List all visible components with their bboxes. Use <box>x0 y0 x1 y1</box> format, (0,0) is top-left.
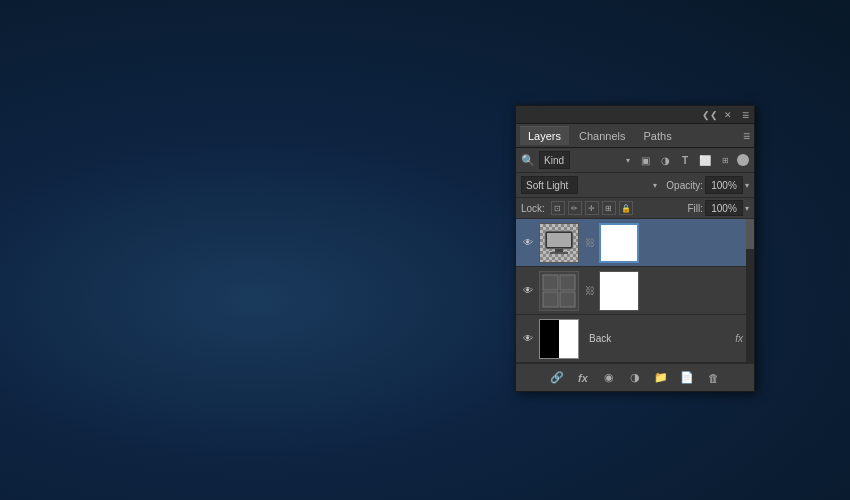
opacity-label: Opacity: <box>666 180 703 191</box>
lock-label: Lock: <box>521 203 545 214</box>
fill-group: Fill: ▾ <box>687 200 749 216</box>
layer-name: Back <box>589 333 735 344</box>
panel-menu-icon[interactable]: ≡ <box>742 108 749 122</box>
lock-artboard-icon[interactable]: ⊞ <box>602 201 616 215</box>
lock-row: Lock: ⊡ ✏ ✛ ⊞ 🔒 Fill: ▾ <box>516 198 754 219</box>
add-fx-button[interactable]: fx <box>574 369 592 387</box>
filter-smartobj-icon[interactable]: ⊞ <box>717 152 733 168</box>
fill-chevron-icon[interactable]: ▾ <box>745 204 749 213</box>
kind-select-wrapper: Kind <box>539 151 633 169</box>
new-group-button[interactable]: 📁 <box>652 369 670 387</box>
panel-toolbar: 🔗 fx ◉ ◑ 📁 📄 🗑 <box>516 363 754 391</box>
scrollbar-track <box>746 219 754 363</box>
layer-thumbnail <box>539 271 579 311</box>
scrollbar-thumb[interactable] <box>746 219 754 249</box>
filter-type-icon[interactable]: T <box>677 152 693 168</box>
monitor-icon <box>540 224 578 262</box>
opacity-group: Opacity: ▾ <box>666 176 749 194</box>
tab-channels[interactable]: Channels <box>571 126 633 145</box>
add-mask-button[interactable]: ◉ <box>600 369 618 387</box>
layers-area: 👁 ⛓ ▸ 👁 <box>516 219 754 363</box>
svg-rect-3 <box>550 252 568 254</box>
filter-active-indicator <box>737 154 749 166</box>
chain-icon[interactable]: ⛓ <box>583 237 597 248</box>
tab-paths[interactable]: Paths <box>636 126 680 145</box>
svg-rect-7 <box>560 292 575 307</box>
layer-row[interactable]: 👁 Back fx ▾ <box>516 315 754 363</box>
svg-rect-1 <box>547 233 571 247</box>
link-layers-button[interactable]: 🔗 <box>548 369 566 387</box>
filter-row: 🔍 Kind ▣ ◑ T ⬜ ⊞ <box>516 148 754 173</box>
panel-options-icon[interactable]: ≡ <box>743 129 750 143</box>
layer-row[interactable]: 👁 ⛓ ▸ <box>516 219 754 267</box>
blend-mode-select[interactable]: Soft Light Normal Multiply Screen Overla… <box>521 176 578 194</box>
svg-rect-2 <box>555 249 563 252</box>
filter-icons: ▣ ◑ T ⬜ ⊞ <box>637 152 749 168</box>
lock-position-icon[interactable]: ✛ <box>585 201 599 215</box>
chain-icon[interactable]: ⛓ <box>583 285 597 296</box>
titlebar-icons: ❮❮ ✕ ≡ <box>702 108 749 122</box>
kind-select[interactable]: Kind <box>539 151 570 169</box>
lock-image-icon[interactable]: ✏ <box>568 201 582 215</box>
blend-select-wrapper: Soft Light Normal Multiply Screen Overla… <box>521 176 660 194</box>
svg-rect-5 <box>560 275 575 290</box>
filter-icon: 🔍 <box>521 154 535 167</box>
svg-rect-6 <box>543 292 558 307</box>
new-layer-button[interactable]: 📄 <box>678 369 696 387</box>
filter-shape-icon[interactable]: ⬜ <box>697 152 713 168</box>
tab-layers[interactable]: Layers <box>520 126 569 145</box>
layers-panel: ❮❮ ✕ ≡ Layers Channels Paths ≡ 🔍 Kind ▣ … <box>515 105 755 392</box>
adjustment-button[interactable]: ◑ <box>626 369 644 387</box>
layer-visibility-icon[interactable]: 👁 <box>520 331 536 347</box>
fill-input[interactable] <box>705 200 743 216</box>
svg-rect-4 <box>543 275 558 290</box>
delete-layer-button[interactable]: 🗑 <box>704 369 722 387</box>
layer-thumbnail <box>539 319 579 359</box>
filter-adjustment-icon[interactable]: ◑ <box>657 152 673 168</box>
blend-row: Soft Light Normal Multiply Screen Overla… <box>516 173 754 198</box>
layer-mask-thumbnail <box>599 271 639 311</box>
layer-row[interactable]: 👁 ⛓ ▸ <box>516 267 754 315</box>
lock-icons: ⊡ ✏ ✛ ⊞ 🔒 <box>551 201 684 215</box>
lock-all-icon[interactable]: 🔒 <box>619 201 633 215</box>
layer-thumbnail <box>539 223 579 263</box>
opacity-chevron-icon[interactable]: ▾ <box>745 181 749 190</box>
lock-transparent-icon[interactable]: ⊡ <box>551 201 565 215</box>
layer-mask-thumbnail <box>599 223 639 263</box>
opacity-input[interactable] <box>705 176 743 194</box>
fill-label: Fill: <box>687 203 703 214</box>
panel-titlebar: ❮❮ ✕ ≡ <box>516 106 754 124</box>
collapse-icon[interactable]: ❮❮ <box>702 110 718 120</box>
layer-visibility-icon[interactable]: 👁 <box>520 235 536 251</box>
close-icon[interactable]: ✕ <box>724 110 732 120</box>
fx-label[interactable]: fx <box>735 333 743 344</box>
filter-pixel-icon[interactable]: ▣ <box>637 152 653 168</box>
layer-visibility-icon[interactable]: 👁 <box>520 283 536 299</box>
grid-icon <box>540 272 578 310</box>
tabs-left: Layers Channels Paths <box>520 126 680 145</box>
panel-tabs: Layers Channels Paths ≡ <box>516 124 754 148</box>
